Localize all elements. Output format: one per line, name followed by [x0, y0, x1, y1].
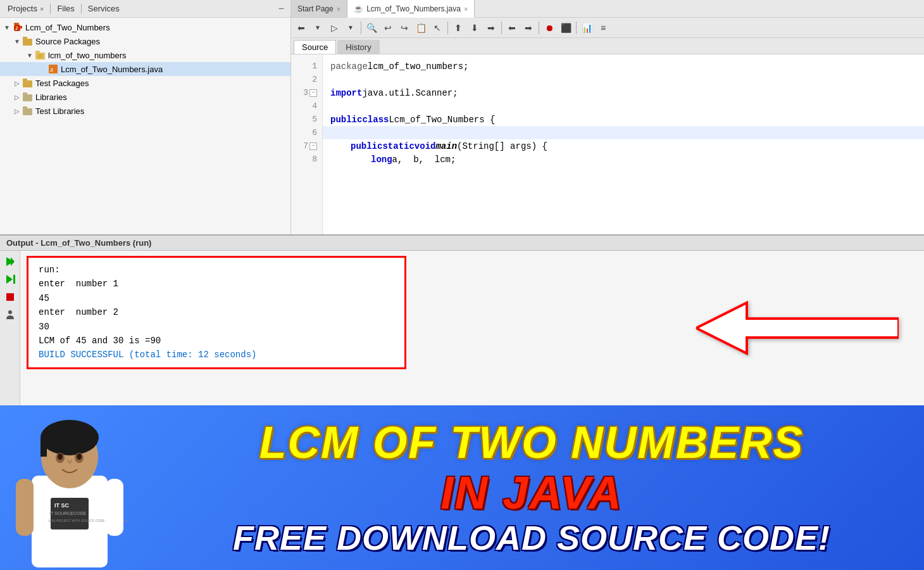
toolbar-chart-btn[interactable]: 📊	[579, 20, 594, 35]
root-label: Lcm_of_Two_Numbers	[25, 23, 110, 32]
tab-start-page[interactable]: Start Page ×	[291, 0, 347, 17]
svg-rect-15	[23, 108, 32, 115]
projects-tab-close[interactable]: ×	[40, 5, 44, 13]
promo-subtitle2: FREE DOWNLOAD SOURCE CODE!	[233, 521, 830, 555]
output-text-area: run: enter number 1 45 enter number 2 30…	[20, 251, 671, 405]
toolbar-cursor-btn[interactable]: ↖	[430, 20, 445, 35]
test-packages-icon	[22, 77, 34, 89]
svg-text:J: J	[50, 67, 53, 73]
toolbar-left2-btn[interactable]: ⬅	[504, 20, 520, 35]
root-expand-icon[interactable]: ▼	[3, 23, 11, 32]
code-import-class: java.util.Scanner;	[362, 88, 458, 98]
svg-marker-23	[696, 303, 899, 353]
files-tab-label: Files	[57, 4, 74, 13]
output-line-1: run:	[39, 263, 394, 277]
toolbar-fwd-btn[interactable]: ▷	[327, 20, 342, 35]
tree-root[interactable]: ▼ J Lcm_of_Two_Numbers	[0, 20, 290, 34]
toolbar-sep-4	[539, 22, 539, 34]
svg-text:IT SC: IT SC	[54, 502, 70, 509]
test-libraries-label: Test Libraries	[35, 106, 84, 116]
output-sidebar	[0, 251, 20, 405]
toolbar-list-btn[interactable]: ≡	[596, 20, 611, 35]
root-coffee-icon: J	[12, 22, 23, 33]
code-text[interactable]: package lcm_of_two_numbers; import java.…	[323, 54, 924, 234]
svg-marker-19	[6, 275, 13, 284]
svg-rect-21	[6, 293, 14, 301]
toolbar-down-btn[interactable]: ⬇	[467, 20, 482, 35]
tab-files[interactable]: Files	[52, 3, 79, 15]
projects-tab-label: Projects	[8, 4, 37, 13]
lcm-pkg-expand-icon[interactable]: ▼	[25, 51, 34, 60]
svg-rect-36	[16, 479, 34, 536]
run-btn[interactable]	[3, 255, 17, 269]
toolbar-back-btn[interactable]: ⬅	[294, 20, 309, 35]
test-libs-expand-icon[interactable]: ▷	[13, 106, 22, 115]
tab-services[interactable]: Services	[83, 3, 125, 15]
output-line-7: BUILD SUCCESSFUL (total time: 12 seconds…	[39, 348, 394, 362]
source-tab[interactable]: Source	[294, 40, 336, 54]
svg-marker-18	[11, 257, 15, 266]
toolbar-search-btn[interactable]: 🔍	[364, 20, 379, 35]
toolbar-copy-btn[interactable]: 📋	[413, 20, 428, 35]
line-numbers-gutter: 1 2 3 − 4 5 6 7 − 8	[291, 54, 323, 234]
tree-lcm-package[interactable]: ▼ lcm_of_two_numbers	[0, 48, 290, 62]
code-line-7: public static void main (String[] args) …	[323, 139, 924, 153]
package-icon	[35, 49, 46, 61]
tree-test-libraries[interactable]: ▷ Test Libraries	[0, 104, 290, 118]
toolbar-dropdown-btn[interactable]: ▼	[310, 20, 325, 35]
svg-point-30	[58, 453, 63, 460]
toolbar-redo-btn[interactable]: ↪	[397, 20, 412, 35]
svg-point-26	[41, 420, 99, 455]
line-num-2: 2	[291, 73, 322, 86]
svg-rect-11	[23, 80, 32, 87]
svg-rect-37	[106, 479, 123, 536]
java-file-label: Lcm_of_Two_Numbers.java	[61, 65, 163, 74]
keyword-package: package	[330, 61, 368, 72]
output-line-6: LCM of 45 and 30 is =90	[39, 334, 394, 348]
toolbar-record-btn[interactable]: ⏺	[542, 20, 557, 35]
keyword-long: long	[371, 155, 392, 165]
tab-projects[interactable]: Projects ×	[3, 3, 49, 15]
stop-btn[interactable]	[3, 290, 17, 304]
services-tab-label: Services	[88, 4, 120, 13]
svg-text:J: J	[15, 26, 18, 30]
toolbar-stop-btn[interactable]: ⬛	[558, 20, 573, 35]
toolbar-up-btn[interactable]: ⬆	[451, 20, 466, 35]
libs-expand-icon[interactable]: ▷	[13, 92, 22, 101]
person-svg: IT SC IT SOURCECODE JAVA PROJECT WITH SO…	[6, 406, 133, 567]
toolbar-right-btn[interactable]: ➡	[484, 20, 499, 35]
keyword-public-2: public	[351, 141, 382, 151]
tree-test-packages[interactable]: ▷ Test Packages	[0, 76, 290, 90]
src-pkg-expand-icon[interactable]: ▼	[13, 37, 22, 46]
code-line-8: long a, b, lcm;	[323, 153, 924, 166]
line-num-1: 1	[291, 60, 322, 73]
panel-tabs-bar: Projects × Files Services −	[0, 0, 290, 18]
promo-area: IT SC IT SOURCECODE JAVA PROJECT WITH SO…	[0, 405, 924, 570]
output-title: Output - Lcm_of_Two_Numbers (run)	[6, 238, 151, 248]
fold-icon-7[interactable]: −	[309, 142, 317, 150]
fold-icon-3[interactable]: −	[309, 89, 317, 97]
code-line-1: package lcm_of_two_numbers;	[323, 60, 924, 73]
toolbar-right2-btn[interactable]: ➡	[521, 20, 536, 35]
output-line-2: enter number 1	[39, 277, 394, 291]
tab-java-file[interactable]: ☕ Lcm_of_Two_Numbers.java ×	[347, 0, 475, 18]
person-btn[interactable]	[3, 308, 17, 322]
output-panel: Output - Lcm_of_Two_Numbers (run)	[0, 234, 924, 405]
promo-person: IT SC IT SOURCECODE JAVA PROJECT WITH SO…	[0, 405, 139, 570]
toolbar-sep-3	[501, 22, 502, 34]
code-editor[interactable]: 1 2 3 − 4 5 6 7 − 8 package lcm_of_two_n…	[291, 54, 924, 234]
start-page-close[interactable]: ×	[337, 5, 340, 13]
tree-libraries[interactable]: ▷ Libraries	[0, 90, 290, 104]
start-page-label: Start Page	[297, 4, 334, 13]
toolbar-fwd-dropdown-btn[interactable]: ▼	[343, 20, 358, 35]
java-tab-close[interactable]: ×	[464, 5, 468, 13]
toolbar-undo-btn[interactable]: ↩	[380, 20, 396, 35]
promo-title: LCM OF TWO NUMBERS	[259, 421, 804, 465]
tree-source-packages[interactable]: ▼ Source Packages	[0, 34, 290, 48]
tree-java-file[interactable]: ▷ J Lcm_of_Two_Numbers.java	[0, 62, 290, 76]
test-pkg-expand-icon[interactable]: ▷	[13, 79, 22, 87]
step-btn[interactable]	[3, 272, 17, 286]
panel-minimize-button[interactable]: −	[275, 3, 288, 15]
keyword-public-1: public	[330, 115, 362, 125]
history-tab[interactable]: History	[337, 40, 379, 54]
